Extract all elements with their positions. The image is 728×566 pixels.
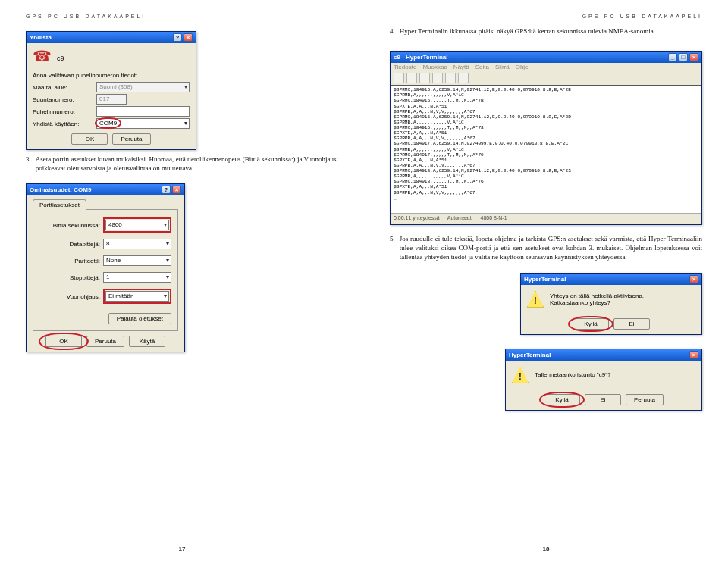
label-phone: Puhelinnumero: xyxy=(33,108,93,115)
dialog-connect: Yhdistä ? × c9 Anna valittavan puhelinnu… xyxy=(26,31,196,150)
help-icon[interactable]: ? xyxy=(162,186,171,194)
list-item-4: 4. Hyper Terminalin ikkunassa pitäisi nä… xyxy=(390,27,702,36)
page-right: GPS-PC USB-DATAKAAPELI 4. Hyper Terminal… xyxy=(364,0,728,566)
titlebar-prop-title: Ominaisuudet: COM9 xyxy=(30,186,91,193)
titlebar-msg2[interactable]: HyperTerminal × xyxy=(506,349,701,361)
label-databits: Databittejä: xyxy=(39,241,100,248)
tool-props-icon[interactable] xyxy=(458,73,469,83)
label-areacode: Suuntanumero: xyxy=(33,96,93,103)
input-areacode[interactable]: 017 xyxy=(96,94,127,105)
warning-icon xyxy=(527,291,544,308)
select-stopbits[interactable]: 1 xyxy=(103,272,171,283)
tool-send-icon[interactable] xyxy=(445,73,456,83)
label-bps: Bittiä sekunnissa: xyxy=(39,222,100,229)
apply-button[interactable]: Käytä xyxy=(129,336,165,347)
label-connectusing: Yhdistä käyttäen: xyxy=(33,120,93,127)
titlebar-properties[interactable]: Ominaisuudet: COM9 ? × xyxy=(27,184,184,195)
msg1-line1: Yhteys on tällä hetkellä aktiivisena. xyxy=(550,292,695,299)
session-name: c9 xyxy=(57,55,64,62)
no-button[interactable]: Ei xyxy=(613,318,650,330)
header-right: GPS-PC USB-DATAKAAPELI xyxy=(390,14,702,19)
label-parity: Pariteetti: xyxy=(39,258,100,264)
input-phone[interactable] xyxy=(96,106,190,117)
status-params: 4800 8-N-1 xyxy=(481,215,507,220)
terminal-output: $GPRMC,184915,A,6259.14,N,02741.12,E,0.0… xyxy=(391,85,701,214)
titlebar-ht-title: c9 - HyperTerminal xyxy=(394,54,447,61)
close-icon[interactable]: × xyxy=(172,186,181,194)
cancel-button[interactable]: Peruuta xyxy=(626,394,664,405)
msg2-line1: Tallennetaanko istunto "c9"? xyxy=(535,371,695,378)
menu-item[interactable]: Siirrä xyxy=(495,64,510,70)
titlebar-title: Yhdistä xyxy=(30,34,52,41)
select-flowcontrol[interactable]: Ei mitään xyxy=(105,291,169,302)
cancel-button[interactable]: Peruuta xyxy=(112,133,150,145)
menu-item[interactable]: Tiedosto xyxy=(394,64,416,70)
no-button[interactable]: Ei xyxy=(585,394,621,405)
toolbar xyxy=(391,71,701,85)
close-icon[interactable]: × xyxy=(689,275,698,283)
list-num-3: 3. xyxy=(26,155,31,173)
page-number-left: 17 xyxy=(0,546,364,552)
phone-icon xyxy=(33,49,51,67)
menu-item[interactable]: Ohje xyxy=(516,64,529,70)
statusbar: 0:00:11 yhteydessä Automaatt. 4800 8-N-1 xyxy=(391,214,701,221)
tool-new-icon[interactable] xyxy=(394,73,404,83)
close-icon[interactable]: × xyxy=(689,53,698,61)
dialog-com-properties: Ominaisuudet: COM9 ? × Porttiasetukset B… xyxy=(26,183,185,352)
ok-button[interactable]: OK xyxy=(46,336,82,347)
close-icon[interactable]: × xyxy=(689,351,698,359)
minimize-icon[interactable]: _ xyxy=(668,53,677,61)
list-item-3: 3. Aseta portin asetukset kuvan mukaisik… xyxy=(26,155,338,173)
tool-hangup-icon[interactable] xyxy=(432,73,443,83)
msg1-title: HyperTerminal xyxy=(524,276,566,283)
dialog-disconnect-confirm: HyperTerminal × Yhteys on tällä hetkellä… xyxy=(520,273,702,335)
maximize-icon[interactable]: □ xyxy=(679,53,688,61)
connect-subtitle: Anna valittavan puhelinnumeron tiedot: xyxy=(33,72,190,79)
select-parity[interactable]: None xyxy=(103,255,171,266)
select-connectusing[interactable]: COM9 xyxy=(96,118,190,129)
page-number-right: 18 xyxy=(364,546,728,552)
status-connection: 0:00:11 yhteydessä xyxy=(394,215,440,220)
ok-button[interactable]: OK xyxy=(71,133,108,145)
menu-item[interactable]: Soita xyxy=(475,64,489,70)
list-num-5: 5. xyxy=(390,234,395,261)
list-item-5: 5. Jos ruudulle ei tule tekstiä, lopeta … xyxy=(390,234,702,261)
warning-icon xyxy=(512,367,529,383)
select-country[interactable]: Suomi (358) xyxy=(96,82,190,92)
status-detect: Automaatt. xyxy=(447,215,473,220)
dialog-save-session: HyperTerminal × Tallennetaanko istunto "… xyxy=(505,349,702,411)
msg1-line2: Katkaistaanko yhteys? xyxy=(550,299,695,306)
select-databits[interactable]: 8 xyxy=(103,239,171,249)
tab-port-settings[interactable]: Porttiasetukset xyxy=(33,199,86,210)
page-left: GPS-PC USB-DATAKAAPELI Yhdistä ? × c9 An… xyxy=(0,0,364,566)
list-num-4: 4. xyxy=(390,27,395,36)
close-icon[interactable]: × xyxy=(184,33,193,42)
label-flowcontrol: Vuonohjaus: xyxy=(39,293,100,300)
msg2-title: HyperTerminal xyxy=(509,352,551,358)
help-icon[interactable]: ? xyxy=(173,33,182,42)
menu-item[interactable]: Näytä xyxy=(453,64,469,70)
label-country: Maa tai alue: xyxy=(33,84,93,91)
yes-button[interactable]: Kyllä xyxy=(544,394,580,405)
titlebar-msg1[interactable]: HyperTerminal × xyxy=(521,274,701,285)
tool-open-icon[interactable] xyxy=(406,73,417,83)
menubar[interactable]: Tiedosto Muokkaa Näytä Soita Siirrä Ohje xyxy=(391,63,701,71)
yes-button[interactable]: Kyllä xyxy=(573,318,609,330)
select-bps[interactable]: 4800 xyxy=(105,220,169,230)
list-text-5: Jos ruudulle ei tule tekstiä, lopeta ohj… xyxy=(400,234,702,261)
header-left: GPS-PC USB-DATAKAAPELI xyxy=(26,14,338,19)
restore-defaults-button[interactable]: Palauta oletukset xyxy=(108,313,171,324)
titlebar-hyperterminal[interactable]: c9 - HyperTerminal _ □ × xyxy=(391,52,701,63)
com-port-circled: COM9 xyxy=(99,120,117,127)
cancel-button[interactable]: Peruuta xyxy=(86,336,124,347)
menu-item[interactable]: Muokkaa xyxy=(422,64,447,70)
tool-call-icon[interactable] xyxy=(419,73,430,83)
titlebar-connect[interactable]: Yhdistä ? × xyxy=(27,32,196,43)
label-stopbits: Stopbittejä: xyxy=(39,274,100,281)
list-text-4: Hyper Terminalin ikkunassa pitäisi näkyä… xyxy=(400,27,702,36)
list-text-3: Aseta portin asetukset kuvan mukaisiksi.… xyxy=(36,155,338,173)
window-hyperterminal: c9 - HyperTerminal _ □ × Tiedosto Muokka… xyxy=(390,51,702,225)
